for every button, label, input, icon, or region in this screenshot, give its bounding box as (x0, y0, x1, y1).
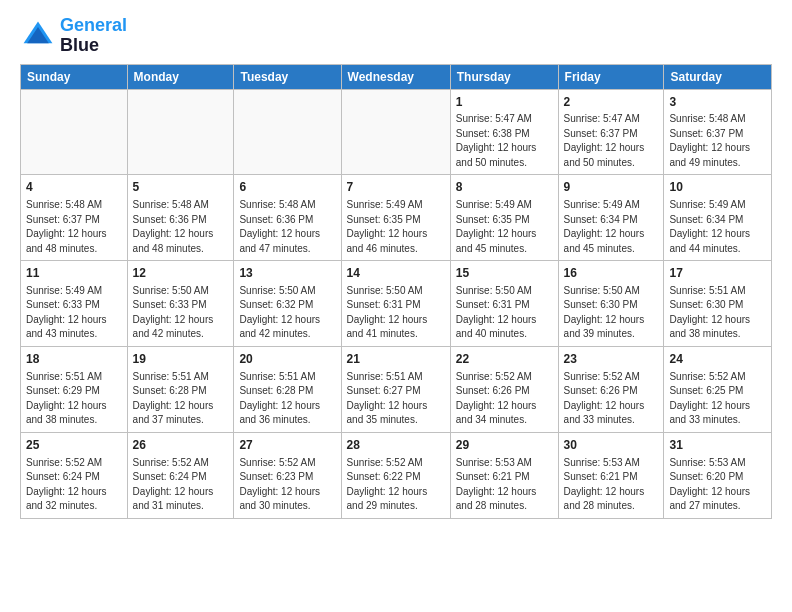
day-info: Sunrise: 5:52 AM Sunset: 6:25 PM Dayligh… (669, 370, 766, 428)
day-info: Sunrise: 5:52 AM Sunset: 6:24 PM Dayligh… (26, 456, 122, 514)
calendar-cell: 24Sunrise: 5:52 AM Sunset: 6:25 PM Dayli… (664, 346, 772, 432)
day-number: 12 (133, 265, 229, 282)
logo-text: General Blue (60, 16, 127, 56)
day-number: 26 (133, 437, 229, 454)
calendar-cell: 29Sunrise: 5:53 AM Sunset: 6:21 PM Dayli… (450, 432, 558, 518)
day-number: 18 (26, 351, 122, 368)
calendar-cell: 7Sunrise: 5:49 AM Sunset: 6:35 PM Daylig… (341, 175, 450, 261)
day-number: 22 (456, 351, 553, 368)
logo-icon (20, 18, 56, 54)
day-number: 15 (456, 265, 553, 282)
day-info: Sunrise: 5:48 AM Sunset: 6:36 PM Dayligh… (133, 198, 229, 256)
day-number: 10 (669, 179, 766, 196)
day-number: 4 (26, 179, 122, 196)
weekday-header-wednesday: Wednesday (341, 64, 450, 89)
day-number: 8 (456, 179, 553, 196)
day-number: 29 (456, 437, 553, 454)
calendar-cell: 3Sunrise: 5:48 AM Sunset: 6:37 PM Daylig… (664, 89, 772, 175)
day-info: Sunrise: 5:49 AM Sunset: 6:33 PM Dayligh… (26, 284, 122, 342)
calendar-cell: 14Sunrise: 5:50 AM Sunset: 6:31 PM Dayli… (341, 261, 450, 347)
calendar-cell: 28Sunrise: 5:52 AM Sunset: 6:22 PM Dayli… (341, 432, 450, 518)
day-number: 9 (564, 179, 659, 196)
calendar-cell: 17Sunrise: 5:51 AM Sunset: 6:30 PM Dayli… (664, 261, 772, 347)
day-number: 3 (669, 94, 766, 111)
calendar-cell: 22Sunrise: 5:52 AM Sunset: 6:26 PM Dayli… (450, 346, 558, 432)
calendar-cell: 19Sunrise: 5:51 AM Sunset: 6:28 PM Dayli… (127, 346, 234, 432)
weekday-header-friday: Friday (558, 64, 664, 89)
calendar-cell: 11Sunrise: 5:49 AM Sunset: 6:33 PM Dayli… (21, 261, 128, 347)
day-info: Sunrise: 5:49 AM Sunset: 6:35 PM Dayligh… (347, 198, 445, 256)
day-info: Sunrise: 5:51 AM Sunset: 6:27 PM Dayligh… (347, 370, 445, 428)
day-info: Sunrise: 5:49 AM Sunset: 6:34 PM Dayligh… (669, 198, 766, 256)
day-info: Sunrise: 5:53 AM Sunset: 6:20 PM Dayligh… (669, 456, 766, 514)
day-info: Sunrise: 5:52 AM Sunset: 6:23 PM Dayligh… (239, 456, 335, 514)
calendar-cell: 30Sunrise: 5:53 AM Sunset: 6:21 PM Dayli… (558, 432, 664, 518)
day-info: Sunrise: 5:49 AM Sunset: 6:34 PM Dayligh… (564, 198, 659, 256)
week-row-5: 25Sunrise: 5:52 AM Sunset: 6:24 PM Dayli… (21, 432, 772, 518)
calendar-cell: 23Sunrise: 5:52 AM Sunset: 6:26 PM Dayli… (558, 346, 664, 432)
calendar-body: 1Sunrise: 5:47 AM Sunset: 6:38 PM Daylig… (21, 89, 772, 518)
day-info: Sunrise: 5:50 AM Sunset: 6:32 PM Dayligh… (239, 284, 335, 342)
day-info: Sunrise: 5:50 AM Sunset: 6:31 PM Dayligh… (347, 284, 445, 342)
day-number: 7 (347, 179, 445, 196)
calendar-cell: 16Sunrise: 5:50 AM Sunset: 6:30 PM Dayli… (558, 261, 664, 347)
calendar-cell: 10Sunrise: 5:49 AM Sunset: 6:34 PM Dayli… (664, 175, 772, 261)
day-number: 24 (669, 351, 766, 368)
day-number: 2 (564, 94, 659, 111)
calendar-cell: 2Sunrise: 5:47 AM Sunset: 6:37 PM Daylig… (558, 89, 664, 175)
day-info: Sunrise: 5:51 AM Sunset: 6:29 PM Dayligh… (26, 370, 122, 428)
day-number: 5 (133, 179, 229, 196)
day-info: Sunrise: 5:52 AM Sunset: 6:22 PM Dayligh… (347, 456, 445, 514)
day-info: Sunrise: 5:52 AM Sunset: 6:26 PM Dayligh… (564, 370, 659, 428)
day-number: 17 (669, 265, 766, 282)
day-info: Sunrise: 5:50 AM Sunset: 6:31 PM Dayligh… (456, 284, 553, 342)
calendar-cell: 4Sunrise: 5:48 AM Sunset: 6:37 PM Daylig… (21, 175, 128, 261)
day-number: 13 (239, 265, 335, 282)
week-row-4: 18Sunrise: 5:51 AM Sunset: 6:29 PM Dayli… (21, 346, 772, 432)
day-number: 20 (239, 351, 335, 368)
calendar-cell: 12Sunrise: 5:50 AM Sunset: 6:33 PM Dayli… (127, 261, 234, 347)
calendar-cell: 31Sunrise: 5:53 AM Sunset: 6:20 PM Dayli… (664, 432, 772, 518)
page: General Blue SundayMondayTuesdayWednesda… (0, 0, 792, 612)
day-number: 25 (26, 437, 122, 454)
calendar-cell: 20Sunrise: 5:51 AM Sunset: 6:28 PM Dayli… (234, 346, 341, 432)
day-number: 27 (239, 437, 335, 454)
day-number: 31 (669, 437, 766, 454)
weekday-header-tuesday: Tuesday (234, 64, 341, 89)
week-row-3: 11Sunrise: 5:49 AM Sunset: 6:33 PM Dayli… (21, 261, 772, 347)
calendar-cell: 6Sunrise: 5:48 AM Sunset: 6:36 PM Daylig… (234, 175, 341, 261)
calendar-cell: 8Sunrise: 5:49 AM Sunset: 6:35 PM Daylig… (450, 175, 558, 261)
day-number: 1 (456, 94, 553, 111)
day-info: Sunrise: 5:50 AM Sunset: 6:33 PM Dayligh… (133, 284, 229, 342)
calendar-cell: 27Sunrise: 5:52 AM Sunset: 6:23 PM Dayli… (234, 432, 341, 518)
day-info: Sunrise: 5:51 AM Sunset: 6:28 PM Dayligh… (239, 370, 335, 428)
day-number: 14 (347, 265, 445, 282)
calendar-cell: 13Sunrise: 5:50 AM Sunset: 6:32 PM Dayli… (234, 261, 341, 347)
day-info: Sunrise: 5:52 AM Sunset: 6:24 PM Dayligh… (133, 456, 229, 514)
weekday-header-saturday: Saturday (664, 64, 772, 89)
day-number: 23 (564, 351, 659, 368)
week-row-2: 4Sunrise: 5:48 AM Sunset: 6:37 PM Daylig… (21, 175, 772, 261)
calendar-cell (341, 89, 450, 175)
calendar-cell: 9Sunrise: 5:49 AM Sunset: 6:34 PM Daylig… (558, 175, 664, 261)
day-info: Sunrise: 5:51 AM Sunset: 6:30 PM Dayligh… (669, 284, 766, 342)
day-info: Sunrise: 5:48 AM Sunset: 6:37 PM Dayligh… (669, 112, 766, 170)
calendar-cell: 18Sunrise: 5:51 AM Sunset: 6:29 PM Dayli… (21, 346, 128, 432)
day-info: Sunrise: 5:48 AM Sunset: 6:36 PM Dayligh… (239, 198, 335, 256)
calendar-cell: 21Sunrise: 5:51 AM Sunset: 6:27 PM Dayli… (341, 346, 450, 432)
day-info: Sunrise: 5:47 AM Sunset: 6:37 PM Dayligh… (564, 112, 659, 170)
day-info: Sunrise: 5:52 AM Sunset: 6:26 PM Dayligh… (456, 370, 553, 428)
weekday-header-sunday: Sunday (21, 64, 128, 89)
calendar-table: SundayMondayTuesdayWednesdayThursdayFrid… (20, 64, 772, 519)
calendar-cell: 25Sunrise: 5:52 AM Sunset: 6:24 PM Dayli… (21, 432, 128, 518)
calendar-cell: 5Sunrise: 5:48 AM Sunset: 6:36 PM Daylig… (127, 175, 234, 261)
weekday-header-monday: Monday (127, 64, 234, 89)
day-number: 11 (26, 265, 122, 282)
header: General Blue (20, 16, 772, 56)
day-info: Sunrise: 5:49 AM Sunset: 6:35 PM Dayligh… (456, 198, 553, 256)
day-info: Sunrise: 5:48 AM Sunset: 6:37 PM Dayligh… (26, 198, 122, 256)
day-info: Sunrise: 5:47 AM Sunset: 6:38 PM Dayligh… (456, 112, 553, 170)
day-number: 28 (347, 437, 445, 454)
day-number: 6 (239, 179, 335, 196)
header-row: SundayMondayTuesdayWednesdayThursdayFrid… (21, 64, 772, 89)
